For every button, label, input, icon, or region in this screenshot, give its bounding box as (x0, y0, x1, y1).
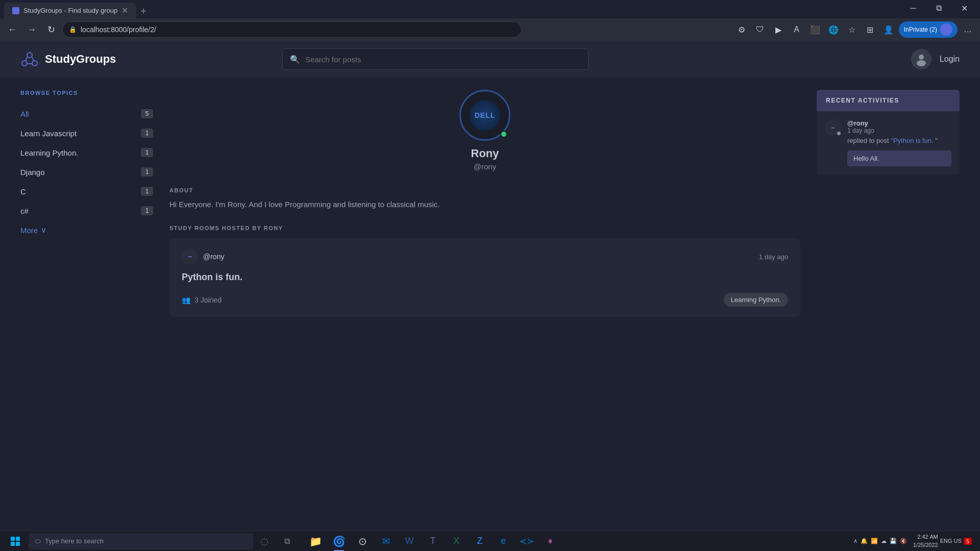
start-button[interactable] (4, 532, 27, 550)
new-tab-button[interactable]: + (136, 6, 151, 17)
activity-reply-text: Hello All. (847, 151, 951, 166)
sidebar-badge-all: 5 (141, 109, 153, 118)
excel-icon: X (453, 536, 459, 546)
sidebar-item-label-c: C (20, 187, 26, 196)
taskbar-app-teams[interactable]: T (422, 531, 444, 552)
recent-activities-body: − @rony 1 day ago replied to post "Pytho… (817, 111, 960, 174)
profile-name: Rony (471, 147, 499, 160)
tab-close-button[interactable]: ✕ (121, 6, 128, 15)
profile-header: DELL Rony @rony (169, 90, 800, 171)
collection-button[interactable]: ⊞ (862, 21, 878, 38)
taskbar-app-zoom[interactable]: Z (469, 531, 491, 552)
login-button[interactable]: Login (940, 55, 960, 64)
svg-point-1 (22, 61, 27, 66)
extensions4-button[interactable]: A (789, 21, 805, 38)
sidebar-item-python[interactable]: Learning Python. 1 (20, 143, 153, 162)
extensions2-button[interactable]: 🛡 (752, 21, 768, 38)
room-author-avatar: − (182, 248, 198, 265)
extensions5-button[interactable]: ⬛ (807, 21, 823, 38)
activity-description: replied to post "Python is fun. " (847, 136, 951, 145)
more-label: More (20, 226, 38, 235)
brand[interactable]: StudyGroups (20, 50, 116, 68)
inprivate-label: InPrivate (2) (904, 26, 937, 33)
browser-tab-active[interactable]: StudyGroups - Find study group ✕ (4, 3, 136, 18)
sidebar-badge-django: 1 (141, 167, 153, 177)
taskbar-app-chrome[interactable]: ⊙ (351, 531, 374, 552)
main-layout: BROWSE TOPICS All 5 Learn Javascript 1 L… (0, 78, 980, 531)
network-icon[interactable]: 📶 (871, 538, 878, 544)
extensions3-button[interactable]: ▶ (770, 21, 787, 38)
notification-icon[interactable]: 🔔 (861, 538, 868, 544)
room-topic-tag[interactable]: Learning Python. (724, 293, 788, 307)
svg-line-4 (32, 57, 34, 61)
taskbar-time[interactable]: 2:42 AM 1/25/2022 (913, 533, 938, 549)
word-icon: W (405, 536, 414, 546)
room-card-header: − @rony 1 day ago (182, 248, 788, 265)
svg-rect-10 (11, 542, 15, 546)
search-bar[interactable]: 🔍 (282, 48, 589, 70)
sidebar-item-label-js: Learn Javascript (20, 129, 77, 138)
taskbar-app-word[interactable]: W (398, 531, 421, 552)
room-author-name: @rony (203, 253, 224, 261)
globe-icon[interactable]: 🌐 (825, 21, 842, 38)
refresh-button[interactable]: ↻ (43, 21, 59, 38)
sidebar-item-all[interactable]: All 5 (20, 104, 153, 123)
sidebar-item-label-csharp: c# (20, 207, 29, 215)
inprivate-button[interactable]: InPrivate (2) (899, 21, 958, 38)
inprivate-avatar (940, 23, 952, 36)
room-footer: 👥 3 Joined Learning Python. (182, 293, 788, 307)
user-avatar (911, 49, 932, 69)
task-view-button[interactable]: ⧉ (276, 532, 298, 550)
taskbar-app-vscode[interactable]: ≺≻ (516, 531, 538, 552)
taskbar-sys-icons: ∧ 🔔 📶 ☁ 💾 🔇 (849, 538, 911, 544)
top-nav: StudyGroups 🔍 Login (0, 41, 980, 78)
cortana-button[interactable]: ◌ (255, 532, 274, 550)
taskbar-app-vs[interactable]: ♦ (539, 531, 561, 552)
drive-icon[interactable]: 💾 (890, 538, 897, 544)
profile-button2[interactable]: 👤 (880, 21, 897, 38)
edge-icon: 🌀 (333, 535, 346, 547)
sidebar-item-django[interactable]: Django 1 (20, 162, 153, 182)
forward-button[interactable]: → (23, 21, 40, 38)
recent-activities-header: RECENT ACTIVITIES (817, 90, 960, 111)
tab-title: StudyGroups - Find study group (23, 7, 117, 14)
svg-point-0 (27, 53, 32, 58)
taskbar: ⬭ Type here to search ◌ ⧉ 📁 🌀 ⊙ ✉ W T X … (0, 531, 980, 551)
taskbar-app-explorer[interactable]: 📁 (304, 531, 327, 552)
chrome-icon: ⊙ (358, 535, 367, 547)
sidebar-item-csharp[interactable]: c# 1 (20, 201, 153, 220)
restore-button[interactable]: ⧉ (927, 0, 950, 16)
edge2-icon: e (501, 536, 506, 546)
taskbar-app-outlook[interactable]: ✉ (375, 531, 397, 552)
volume-icon[interactable]: 🔇 (900, 538, 907, 544)
extensions-button[interactable]: ⚙ (733, 21, 750, 38)
browser-actions: ⚙ 🛡 ▶ A ⬛ 🌐 ☆ ⊞ 👤 InPrivate (2) … (733, 21, 976, 38)
activity-post-link[interactable]: "Python is fun. (891, 137, 933, 144)
room-author: − @rony (182, 248, 224, 265)
taskbar-search-area[interactable]: ⬭ Type here to search (29, 533, 253, 549)
sidebar-item-js[interactable]: Learn Javascript 1 (20, 123, 153, 143)
favorites-button[interactable]: ☆ (844, 21, 860, 38)
taskbar-app-edge[interactable]: 🌀 (328, 531, 350, 552)
minimize-button[interactable]: ─ (901, 0, 925, 16)
outlook-icon: ✉ (382, 536, 390, 547)
room-joined-count: 3 Joined (194, 296, 222, 304)
more-button[interactable]: More ∨ (20, 220, 46, 240)
more-tools-button[interactable]: … (960, 21, 976, 38)
search-input[interactable] (305, 55, 581, 64)
sidebar-item-c[interactable]: C 1 (20, 182, 153, 201)
address-bar[interactable]: 🔒 localhost:8000/profile/2/ (62, 21, 522, 38)
back-button[interactable]: ← (4, 21, 20, 38)
taskbar-app-edge2[interactable]: e (492, 531, 514, 552)
taskbar-app-excel[interactable]: X (445, 531, 468, 552)
close-button[interactable]: ✕ (952, 0, 976, 16)
sidebar-badge-csharp: 1 (141, 206, 153, 215)
show-hidden-icon[interactable]: ∧ (853, 538, 857, 544)
notification-count[interactable]: 5 (964, 538, 972, 545)
chevron-down-icon: ∨ (41, 226, 46, 235)
avatar-icon (914, 52, 928, 66)
sidebar: BROWSE TOPICS All 5 Learn Javascript 1 L… (20, 90, 153, 518)
windows-icon (10, 536, 20, 546)
lock-icon: 🔒 (69, 26, 77, 33)
cloud-icon[interactable]: ☁ (881, 538, 887, 544)
